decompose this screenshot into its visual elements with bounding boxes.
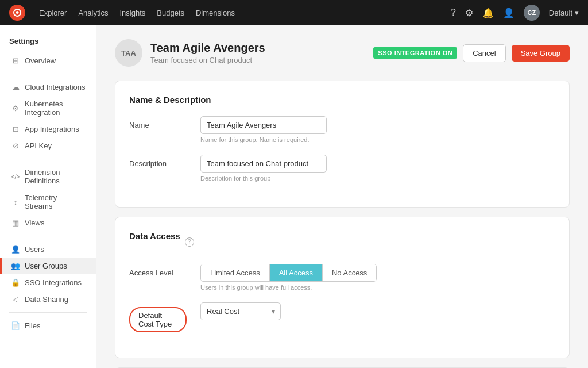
sso-badge: SSO INTEGRATION ON xyxy=(373,47,457,59)
dimension-icon: </> xyxy=(11,173,20,180)
name-field-row: Name Name for this group. Name is requir… xyxy=(129,116,555,143)
page-title: Team Agile Avengers xyxy=(150,41,265,55)
team-avatar: TAA xyxy=(115,39,142,67)
files-icon: 📄 xyxy=(11,321,20,330)
access-level-row: Access Level Limited Access All Access N… xyxy=(129,264,555,291)
topnav-right: ? ⚙ 🔔 👤 CZ Default ▾ xyxy=(451,5,579,21)
cost-type-label: Default Cost Type xyxy=(129,302,187,332)
page-header-right: SSO INTEGRATION ON Cancel Save Group xyxy=(373,44,570,62)
sidebar-item-kubernetes[interactable]: ⚙ Kubernetes Integration xyxy=(0,95,96,121)
cancel-button[interactable]: Cancel xyxy=(463,44,505,62)
nav-dimensions[interactable]: Dimensions xyxy=(196,9,235,17)
cost-type-select[interactable]: Real Cost Amortized Cost Blended Cost xyxy=(200,302,281,320)
avatar[interactable]: CZ xyxy=(524,5,540,21)
cost-type-row: Default Cost Type Real Cost Amortized Co… xyxy=(129,302,555,332)
sidebar-item-telemetry[interactable]: ↕ Telemetry Streams xyxy=(0,189,96,214)
settings-icon[interactable]: ⚙ xyxy=(465,7,473,18)
api-key-icon: ⊘ xyxy=(11,141,20,150)
sidebar-item-cloud-integrations[interactable]: ☁ Cloud Integrations xyxy=(0,79,96,95)
page-subtitle: Team focused on Chat product xyxy=(150,56,265,64)
user-icon[interactable]: 👤 xyxy=(503,7,514,18)
telemetry-icon: ↕ xyxy=(11,198,20,206)
name-label: Name xyxy=(129,116,187,129)
description-field-row: Description Description for this group xyxy=(129,155,555,182)
sidebar-divider-2 xyxy=(9,159,87,159)
access-level-field: Limited Access All Access No Access User… xyxy=(200,264,555,291)
description-input[interactable] xyxy=(200,155,327,172)
data-access-info-icon[interactable]: ? xyxy=(185,237,194,247)
cost-type-field: Real Cost Amortized Cost Blended Cost ▾ xyxy=(200,302,555,320)
help-icon[interactable]: ? xyxy=(451,7,456,18)
data-sharing-icon: ◁ xyxy=(11,295,20,304)
nav-explorer[interactable]: Explorer xyxy=(39,9,67,17)
nav-analytics[interactable]: Analytics xyxy=(78,9,108,17)
name-description-card: Name & Description Name Name for this gr… xyxy=(115,80,570,208)
sidebar: Settings ⊞ Overview ☁ Cloud Integrations… xyxy=(0,25,96,368)
sidebar-item-sso[interactable]: 🔒 SSO Integrations xyxy=(0,274,96,291)
sidebar-divider-1 xyxy=(9,74,87,74)
name-field: Name for this group. Name is required. xyxy=(200,116,555,143)
save-group-button[interactable]: Save Group xyxy=(512,45,570,62)
nav-links: Explorer Analytics Insights Budgets Dime… xyxy=(39,9,437,17)
main-content: TAA Team Agile Avengers Team focused on … xyxy=(96,25,588,368)
app-layout: Settings ⊞ Overview ☁ Cloud Integrations… xyxy=(0,25,588,368)
top-navigation: Explorer Analytics Insights Budgets Dime… xyxy=(0,0,588,25)
sso-icon: 🔒 xyxy=(11,278,20,287)
access-level-label: Access Level xyxy=(129,264,187,277)
user-groups-icon: 👥 xyxy=(11,262,20,270)
nav-budgets[interactable]: Budgets xyxy=(157,9,184,17)
sidebar-item-users[interactable]: 👤 Users xyxy=(0,241,96,258)
no-access-tab[interactable]: No Access xyxy=(322,264,376,281)
sidebar-heading: Settings xyxy=(0,37,96,52)
kubernetes-icon: ⚙ xyxy=(11,104,20,113)
sidebar-divider-3 xyxy=(9,236,87,236)
workspace-selector[interactable]: Default ▾ xyxy=(549,9,579,17)
name-input[interactable] xyxy=(200,116,327,134)
access-level-tabs: Limited Access All Access No Access xyxy=(200,264,377,282)
sidebar-item-views[interactable]: ▦ Views xyxy=(0,214,96,231)
all-access-tab[interactable]: All Access xyxy=(269,264,322,281)
sidebar-item-app-integrations[interactable]: ⊡ App Integrations xyxy=(0,121,96,137)
limited-access-tab[interactable]: Limited Access xyxy=(201,264,269,281)
notifications-icon[interactable]: 🔔 xyxy=(482,7,494,18)
description-hint: Description for this group xyxy=(200,175,555,182)
users-icon: 👤 xyxy=(11,245,20,254)
page-header-left: TAA Team Agile Avengers Team focused on … xyxy=(115,39,265,67)
data-access-card: Data Access ? Access Level Limited Acces… xyxy=(115,217,570,358)
logo[interactable] xyxy=(9,5,25,21)
sidebar-item-user-groups[interactable]: 👥 User Groups xyxy=(0,258,96,274)
nav-insights[interactable]: Insights xyxy=(119,9,145,17)
description-label: Description xyxy=(129,155,187,168)
cost-type-highlighted-label: Default Cost Type xyxy=(129,307,187,332)
app-icon: ⊡ xyxy=(11,125,20,133)
name-section-title: Name & Description xyxy=(129,95,555,105)
sidebar-item-overview[interactable]: ⊞ Overview xyxy=(0,52,96,69)
access-hint: Users in this group will have full acces… xyxy=(200,284,555,291)
name-hint: Name for this group. Name is required. xyxy=(200,136,555,143)
description-field: Description for this group xyxy=(200,155,555,182)
views-icon: ▦ xyxy=(11,218,20,227)
sidebar-item-dimension-definitions[interactable]: </> Dimension Definitions xyxy=(0,164,96,189)
page-header-info: Team Agile Avengers Team focused on Chat… xyxy=(150,41,265,64)
page-header: TAA Team Agile Avengers Team focused on … xyxy=(115,39,570,67)
sidebar-item-api-key[interactable]: ⊘ API Key xyxy=(0,137,96,154)
data-access-title: Data Access xyxy=(129,231,180,241)
sidebar-item-data-sharing[interactable]: ◁ Data Sharing xyxy=(0,291,96,308)
sidebar-item-files[interactable]: 📄 Files xyxy=(0,317,96,334)
sidebar-divider-4 xyxy=(9,312,87,313)
overview-icon: ⊞ xyxy=(11,56,20,65)
cost-type-select-wrapper: Real Cost Amortized Cost Blended Cost ▾ xyxy=(200,302,281,320)
chevron-down-icon: ▾ xyxy=(575,9,579,17)
data-access-title-row: Data Access ? xyxy=(129,231,555,252)
cloud-icon: ☁ xyxy=(11,83,20,91)
